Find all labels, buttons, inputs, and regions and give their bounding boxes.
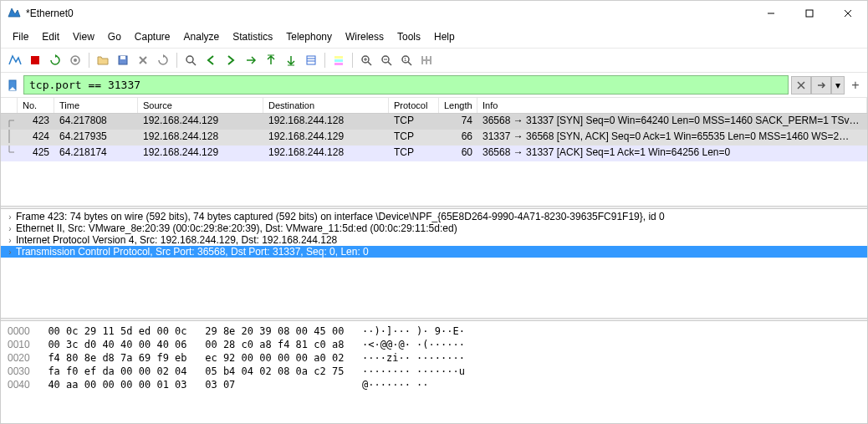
col-source[interactable]: Source [138,98,263,113]
svg-rect-8 [120,56,125,59]
menubar: File Edit View Go Capture Analyze Statis… [1,26,867,49]
zoom-out-icon[interactable] [377,51,396,69]
go-first-icon[interactable] [262,51,280,69]
window-title: *Ethernet0 [26,8,74,19]
svg-rect-15 [307,56,315,64]
packet-list[interactable]: 42364.217808192.168.244.129192.168.244.1… [1,114,867,206]
svg-line-29 [408,62,411,65]
svg-point-11 [186,56,193,63]
menu-edit[interactable]: Edit [35,28,66,46]
bookmark-filter-icon[interactable] [4,77,21,94]
zoom-reset-icon[interactable]: 1 [397,51,416,69]
clear-filter-button[interactable] [791,76,811,95]
zoom-in-icon[interactable] [357,51,375,69]
reload-file-icon[interactable] [154,51,172,69]
svg-rect-4 [31,56,39,64]
open-file-icon[interactable] [94,51,112,69]
filter-history-dropdown[interactable]: ▾ [831,76,845,95]
go-forward-icon[interactable] [222,51,240,69]
menu-analyze[interactable]: Analyze [177,28,227,46]
menu-capture[interactable]: Capture [128,28,177,46]
col-protocol[interactable]: Protocol [389,98,439,113]
expand-icon[interactable]: › [4,224,16,233]
svg-line-12 [192,62,196,65]
add-filter-button[interactable]: + [847,77,864,94]
svg-rect-1 [806,10,813,17]
apply-filter-button[interactable] [811,76,831,95]
svg-line-26 [388,62,391,65]
expand-icon[interactable]: › [4,236,16,245]
go-back-icon[interactable] [202,51,220,69]
start-capture-icon[interactable] [6,51,24,69]
capture-options-icon[interactable] [66,51,84,69]
resize-columns-icon[interactable] [417,51,436,69]
detail-row[interactable]: ›Ethernet II, Src: VMware_8e:20:39 (00:0… [1,222,867,234]
detail-row[interactable]: ›Internet Protocol Version 4, Src: 192.1… [1,234,867,246]
wireshark-icon [8,6,21,22]
col-destination[interactable]: Destination [263,98,389,113]
detail-row[interactable]: ›Transmission Control Protocol, Src Port… [1,246,867,258]
restart-capture-icon[interactable] [46,51,64,69]
menu-help[interactable]: Help [427,28,462,46]
close-button[interactable] [829,1,867,26]
col-info[interactable]: Info [477,98,867,113]
save-file-icon[interactable] [114,51,132,69]
close-file-icon[interactable] [134,51,152,69]
svg-point-6 [74,59,77,62]
packet-row[interactable]: 42364.217808192.168.244.129192.168.244.1… [1,114,867,130]
toolbar: 1 [1,49,867,73]
svg-rect-18 [334,56,343,59]
menu-tools[interactable]: Tools [391,28,427,46]
svg-line-22 [368,62,371,65]
col-length[interactable]: Length [439,98,477,113]
goto-packet-icon[interactable] [242,51,260,69]
menu-statistics[interactable]: Statistics [226,28,279,46]
packet-details[interactable]: ›Frame 423: 74 bytes on wire (592 bits),… [1,209,867,318]
colorize-icon[interactable] [329,51,348,69]
col-no[interactable]: No. [18,98,54,113]
go-last-icon[interactable] [282,51,300,69]
hex-dump[interactable]: 0000 00 0c 29 11 5d ed 00 0c 29 8e 20 39… [1,321,867,423]
autoscroll-icon[interactable] [302,51,320,69]
stop-capture-icon[interactable] [26,51,44,69]
menu-go[interactable]: Go [101,28,128,46]
packet-row[interactable]: 42564.218174192.168.244.129192.168.244.1… [1,146,867,161]
titlebar: *Ethernet0 [1,1,867,26]
filter-bar: ▾ + [1,73,867,98]
svg-text:1: 1 [404,57,407,62]
maximize-button[interactable] [790,1,829,26]
detail-row[interactable]: ›Frame 423: 74 bytes on wire (592 bits),… [1,211,867,222]
expand-icon[interactable]: › [4,212,16,222]
menu-view[interactable]: View [66,28,101,46]
find-packet-icon[interactable] [181,51,200,69]
packet-row[interactable]: 42464.217935192.168.244.128192.168.244.1… [1,130,867,146]
col-time[interactable]: Time [54,98,138,113]
display-filter-input[interactable] [23,75,789,95]
menu-file[interactable]: File [6,28,35,46]
menu-telephony[interactable]: Telephony [279,28,339,46]
svg-rect-19 [334,59,343,62]
menu-wireless[interactable]: Wireless [339,28,391,46]
svg-rect-20 [334,63,343,65]
packet-list-header: No. Time Source Destination Protocol Len… [1,98,867,114]
minimize-button[interactable] [752,1,790,26]
expand-icon[interactable]: › [4,248,16,257]
